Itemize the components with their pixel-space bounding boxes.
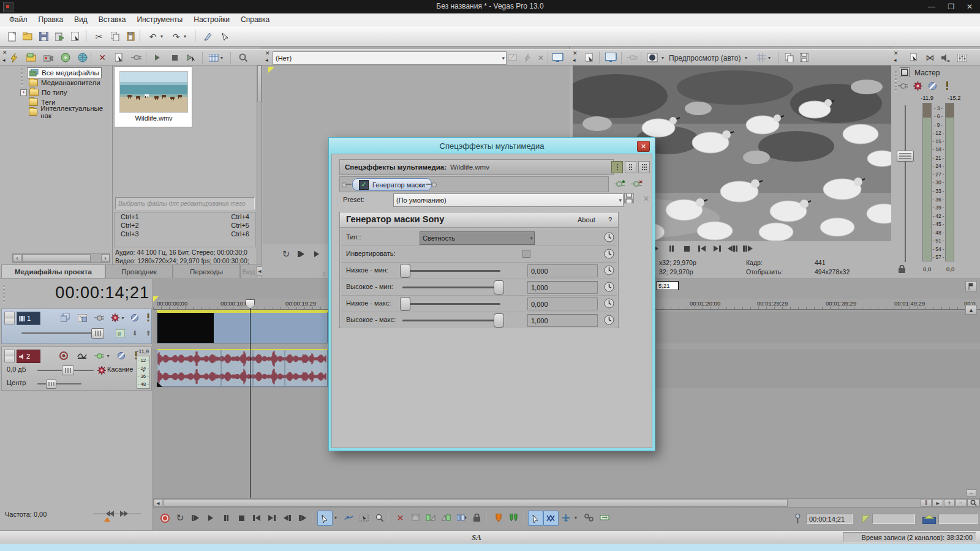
track-volume-value[interactable]: 0,0 дБ	[7, 365, 26, 373]
normal-edit-tool-button[interactable]	[317, 511, 333, 526]
import-media-icon[interactable]	[24, 51, 38, 64]
animate-clock-icon[interactable]	[604, 265, 614, 277]
cursor-time-display[interactable]: 00:00:14;21	[0, 283, 149, 302]
audio-track-header[interactable]: 2 ▾ -11,9 12243648 0,0 дБ Касание	[1, 347, 152, 391]
go-to-end-icon[interactable]	[265, 511, 279, 525]
auto-preview-icon[interactable]	[7, 51, 21, 64]
make-child-icon[interactable]: ⬇	[128, 327, 141, 339]
master-fx-plug-icon[interactable]	[896, 80, 910, 92]
restore-button[interactable]: ❐	[942, 0, 960, 13]
slider-track[interactable]	[402, 320, 500, 321]
audio-event[interactable]	[157, 349, 328, 387]
close-pane-icon[interactable]: ✕	[2, 50, 7, 56]
menu-item[interactable]: Настройки	[188, 15, 235, 24]
scroll-right-icon[interactable]: ›	[101, 254, 110, 262]
selection-start-box[interactable]	[872, 514, 915, 524]
close-pane-icon[interactable]: ✕	[265, 51, 270, 56]
loop-playback-icon[interactable]: ↻	[173, 511, 187, 525]
play-icon[interactable]	[310, 248, 323, 260]
snap-dropdown-icon[interactable]: ▾	[572, 511, 579, 525]
video-track-number[interactable]: 1	[17, 312, 40, 325]
invert-checkbox[interactable]	[522, 250, 530, 258]
selection-length-box[interactable]	[938, 514, 978, 524]
remove-plugin-icon[interactable]	[630, 178, 643, 190]
master-solo-icon[interactable]	[940, 80, 954, 92]
delete-preset-icon[interactable]: ✕	[639, 192, 653, 204]
close-pane-icon[interactable]: ✕	[573, 51, 578, 56]
capture-video-icon[interactable]	[42, 51, 55, 64]
overlays-dropdown-icon[interactable]: ▾	[766, 51, 773, 64]
pin-pane-icon[interactable]: ◂	[265, 58, 268, 63]
animate-clock-icon[interactable]	[604, 249, 614, 260]
restore-track-icon[interactable]	[4, 318, 15, 324]
volume-knob[interactable]	[62, 365, 74, 375]
remove-media-icon[interactable]: ✕	[96, 51, 109, 64]
go-to-start-icon[interactable]	[250, 511, 263, 525]
alpha-compositing-icon[interactable]: α	[113, 327, 127, 339]
new-project-icon[interactable]	[5, 29, 19, 43]
dialog-close-button[interactable]: ✕	[637, 141, 650, 152]
value-box[interactable]: 1,000	[527, 281, 598, 294]
pin-pane-icon[interactable]: ◂	[2, 58, 6, 63]
preset-dropdown[interactable]: (По умолчанию)▾	[393, 193, 624, 207]
media-vscrollbar[interactable]	[257, 65, 262, 264]
automation-dropdown-icon[interactable]: ▾	[119, 312, 126, 324]
scroll-right-icon[interactable]: ▸	[932, 499, 943, 507]
animate-clock-icon[interactable]	[604, 315, 614, 326]
enable-snapping-button[interactable]	[528, 511, 543, 526]
track-level-slider[interactable]	[21, 332, 100, 334]
zoom-tool-icon[interactable]	[967, 499, 979, 507]
add-plugin-icon[interactable]	[612, 178, 626, 190]
tree-scrollbar[interactable]: ‹ ›	[12, 253, 110, 263]
slider-track[interactable]	[402, 270, 500, 272]
mixing-console-icon[interactable]	[955, 51, 968, 64]
tree-item-all-media[interactable]: Все медиафайлы	[27, 67, 102, 78]
vzoom-out-icon[interactable]: −	[967, 489, 976, 497]
stop-icon[interactable]	[235, 511, 248, 525]
video-event[interactable]	[157, 312, 328, 343]
preview-quality-dropdown-icon[interactable]: ▾	[742, 51, 750, 64]
dim-output-icon[interactable]	[939, 51, 952, 64]
master-automation-gear-icon[interactable]	[911, 80, 924, 92]
render-as-icon[interactable]	[53, 29, 67, 43]
mute-track-icon[interactable]	[128, 312, 141, 324]
menu-item[interactable]: Вид	[69, 15, 93, 24]
preview-quality-label[interactable]: Предпросмотр (авто)	[669, 54, 741, 62]
scroll-left-icon[interactable]: ‹	[13, 254, 21, 262]
slider-knob[interactable]	[400, 264, 410, 278]
rate-scrub-control[interactable]	[89, 509, 145, 518]
play-from-start-icon[interactable]	[294, 248, 307, 260]
close-button[interactable]: ✕	[960, 0, 979, 13]
value-box[interactable]: 0,000	[527, 264, 598, 277]
scroll-thumb[interactable]	[163, 499, 788, 507]
pan-label[interactable]: Центр	[7, 379, 26, 386]
track-fx-plug-icon[interactable]	[92, 350, 106, 362]
auto-crossfades-button[interactable]	[543, 511, 559, 526]
close-pane-icon[interactable]: ✕	[894, 51, 899, 56]
split-screen-icon[interactable]	[646, 51, 659, 64]
copy-frame-icon[interactable]	[783, 51, 796, 64]
tree-expander-icon[interactable]: +	[20, 89, 27, 96]
redo-dropdown-icon[interactable]: ▾	[181, 29, 189, 43]
quantize-to-frames-button[interactable]	[559, 511, 573, 525]
pause-icon[interactable]	[665, 241, 678, 256]
cursor-time-box[interactable]: 00:00:14;21	[806, 514, 853, 524]
tree-item-smart-bins[interactable]: Интеллектуальные нак	[29, 107, 112, 117]
record-icon[interactable]	[158, 511, 172, 525]
next-frame-icon[interactable]	[741, 241, 755, 256]
compositing-mode-icon[interactable]	[58, 312, 72, 324]
project-properties-icon[interactable]	[583, 51, 597, 64]
undo-dropdown-icon[interactable]: ▾	[158, 29, 165, 43]
menu-item[interactable]: Файл	[4, 15, 33, 24]
rate-marker-icon[interactable]	[104, 517, 110, 522]
master-mute-icon[interactable]	[925, 80, 939, 92]
go-to-end-icon[interactable]	[710, 241, 724, 256]
menu-item[interactable]: Вставка	[93, 15, 132, 24]
pin-pane-icon[interactable]: ◂	[573, 58, 576, 63]
split-screen-dropdown-icon[interactable]: ▾	[659, 51, 666, 64]
envelope-tool-button[interactable]	[342, 511, 356, 525]
zoom-in-time-icon[interactable]: +	[944, 499, 955, 507]
media-fx-plug-icon[interactable]	[130, 51, 143, 64]
drag-handle[interactable]	[21, 69, 23, 85]
get-from-cd-icon[interactable]	[59, 51, 72, 64]
